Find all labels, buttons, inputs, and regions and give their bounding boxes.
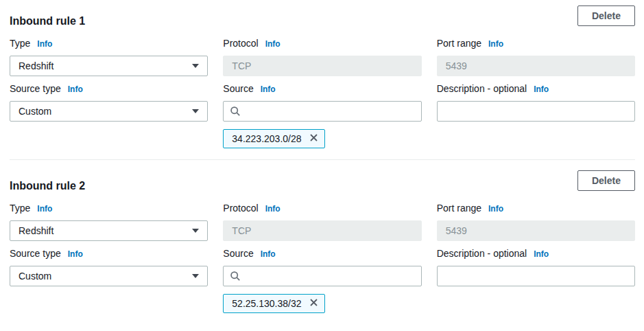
- rule-header: Inbound rule 2 Delete: [10, 170, 635, 191]
- chevron-down-icon: [192, 64, 199, 68]
- description-label: Description - optional: [437, 247, 527, 260]
- protocol-field: TCP: [223, 56, 421, 76]
- protocol-field-group: Protocol Info TCP: [223, 26, 421, 76]
- source-search-box: [223, 266, 421, 286]
- protocol-label-row: Protocol Info: [223, 202, 421, 215]
- delete-rule-button[interactable]: Delete: [577, 170, 635, 191]
- type-label: Type: [10, 37, 30, 49]
- port-range-value: 5439: [446, 60, 467, 71]
- rule-fields-row-1: Type Info Redshift Protocol Info TCP: [10, 191, 635, 241]
- protocol-label: Protocol: [223, 202, 258, 214]
- rule-fields-row-2: Source type Info Custom Source Info: [10, 241, 635, 313]
- chevron-down-icon: [192, 229, 199, 233]
- protocol-field-group: Protocol Info TCP: [223, 191, 421, 241]
- type-label-row: Type Info: [10, 37, 208, 50]
- description-input[interactable]: [437, 101, 635, 122]
- description-info-link[interactable]: Info: [534, 83, 549, 95]
- close-icon: [309, 298, 318, 309]
- type-field-group: Type Info Redshift: [10, 191, 208, 241]
- port-range-field-group: Port range Info 5439: [437, 191, 635, 241]
- description-label-row: Description - optional Info: [437, 82, 635, 95]
- protocol-info-link[interactable]: Info: [265, 38, 281, 50]
- port-range-label: Port range: [437, 202, 481, 214]
- token-dismiss-button[interactable]: [307, 131, 320, 146]
- protocol-value: TCP: [232, 225, 251, 236]
- protocol-label: Protocol: [223, 37, 258, 49]
- port-range-field-group: Port range Info 5439: [437, 26, 635, 76]
- description-field-group: Description - optional Info: [437, 76, 635, 148]
- source-type-label-row: Source type Info: [10, 247, 208, 260]
- source-search-box: [223, 101, 421, 122]
- protocol-value: TCP: [232, 60, 251, 71]
- protocol-field: TCP: [223, 220, 421, 241]
- delete-rule-button[interactable]: Delete: [577, 5, 635, 26]
- inbound-rules-form: Inbound rule 1 Delete Type Info Redshift…: [0, 5, 644, 320]
- source-type-info-link[interactable]: Info: [68, 83, 83, 95]
- source-type-label: Source type: [10, 82, 61, 95]
- source-search-input[interactable]: [223, 266, 421, 286]
- rule-fields-row-1: Type Info Redshift Protocol Info TCP: [10, 26, 635, 76]
- source-search-input[interactable]: [223, 101, 421, 122]
- type-select-value: Redshift: [19, 225, 53, 236]
- type-select[interactable]: Redshift: [10, 220, 208, 241]
- port-range-field: 5439: [437, 56, 635, 76]
- rule-header: Inbound rule 1 Delete: [10, 5, 635, 26]
- source-type-info-link[interactable]: Info: [68, 248, 83, 260]
- type-info-link[interactable]: Info: [37, 38, 52, 50]
- source-type-label: Source type: [10, 247, 61, 260]
- port-range-label: Port range: [437, 37, 481, 49]
- source-token: 52.25.130.38/32: [223, 294, 324, 313]
- source-info-link[interactable]: Info: [261, 83, 276, 95]
- port-range-info-link[interactable]: Info: [488, 203, 503, 215]
- port-range-value: 5439: [446, 225, 467, 236]
- source-label-row: Source Info: [223, 247, 421, 260]
- source-label: Source: [223, 82, 253, 95]
- rule-fields-row-2: Source type Info Custom Source Info: [10, 76, 635, 148]
- source-field-group: Source Info 34.223.203.0/28: [223, 76, 421, 148]
- source-token-value: 52.25.130.38/32: [232, 298, 301, 309]
- inbound-rule-1-section: Inbound rule 1 Delete Type Info Redshift…: [10, 5, 635, 160]
- port-range-label-row: Port range Info: [437, 202, 635, 215]
- source-token-value: 34.223.203.0/28: [232, 133, 301, 144]
- type-select[interactable]: Redshift: [10, 56, 208, 76]
- port-range-label-row: Port range Info: [437, 37, 635, 50]
- source-label: Source: [223, 247, 253, 260]
- source-type-label-row: Source type Info: [10, 82, 208, 95]
- source-token: 34.223.203.0/28: [223, 129, 324, 148]
- inbound-rule-2-section: Inbound rule 2 Delete Type Info Redshift…: [10, 170, 635, 313]
- source-info-link[interactable]: Info: [261, 248, 276, 260]
- source-type-select[interactable]: Custom: [10, 266, 208, 286]
- type-select-value: Redshift: [19, 60, 53, 71]
- description-info-link[interactable]: Info: [534, 248, 549, 260]
- chevron-down-icon: [192, 109, 199, 113]
- type-label-row: Type Info: [10, 202, 208, 215]
- source-type-select-value: Custom: [19, 106, 51, 117]
- source-field-group: Source Info 52.25.130.38/32: [223, 241, 421, 313]
- port-range-info-link[interactable]: Info: [488, 38, 503, 50]
- source-type-field-group: Source type Info Custom: [10, 241, 208, 313]
- protocol-info-link[interactable]: Info: [265, 203, 281, 215]
- section-divider: [10, 159, 635, 160]
- description-label: Description - optional: [437, 82, 527, 95]
- description-input[interactable]: [437, 266, 635, 286]
- source-label-row: Source Info: [223, 82, 421, 95]
- protocol-label-row: Protocol Info: [223, 37, 421, 50]
- port-range-field: 5439: [437, 220, 635, 241]
- type-field-group: Type Info Redshift: [10, 26, 208, 76]
- type-label: Type: [10, 202, 30, 214]
- description-label-row: Description - optional Info: [437, 247, 635, 260]
- description-field-group: Description - optional Info: [437, 241, 635, 313]
- source-type-field-group: Source type Info Custom: [10, 76, 208, 148]
- chevron-down-icon: [192, 274, 199, 278]
- close-icon: [309, 133, 318, 144]
- source-type-select[interactable]: Custom: [10, 101, 208, 122]
- type-info-link[interactable]: Info: [37, 203, 52, 215]
- source-type-select-value: Custom: [19, 271, 51, 282]
- token-dismiss-button[interactable]: [307, 296, 320, 311]
